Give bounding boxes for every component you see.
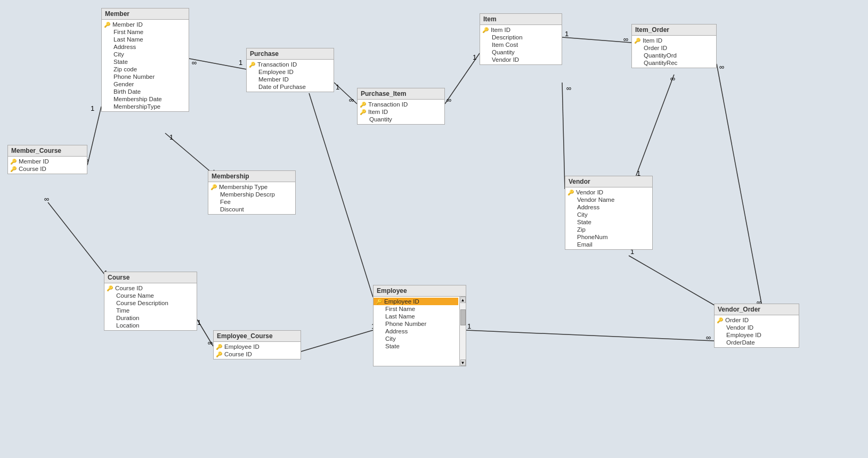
key-icon: 🔑: [376, 299, 382, 305]
field-name-vendor-4: State: [577, 219, 591, 225]
field-employee_course-0: 🔑Employee ID: [214, 343, 301, 350]
field-purchase-1: Employee ID: [247, 68, 334, 76]
scrollbar-down[interactable]: ▼: [460, 359, 466, 366]
field-vendor_order-0: 🔑Order ID: [715, 316, 799, 324]
entity-fields-employee_course: 🔑Employee ID🔑Course ID: [214, 342, 301, 359]
entity-title-member_course: Member_Course: [8, 145, 87, 157]
entity-member[interactable]: Member🔑Member IDFirst NameLast NameAddre…: [101, 8, 189, 112]
entity-title-vendor_order: Vendor_Order: [715, 304, 799, 315]
entity-title-employee_course: Employee_Course: [214, 331, 301, 342]
field-vendor-7: Email: [565, 241, 652, 248]
field-item-2: Item Cost: [480, 41, 562, 48]
key-icon: 🔑: [567, 190, 574, 195]
entity-member_course[interactable]: Member_Course🔑Member ID🔑Course ID: [7, 145, 87, 174]
field-member-8: Gender: [102, 80, 189, 88]
entity-title-item_order: Item_Order: [632, 24, 716, 36]
field-vendor-1: Vendor Name: [565, 196, 652, 203]
key-icon: 🔑: [10, 159, 17, 165]
field-name-item_order-0: Item ID: [643, 37, 662, 44]
field-member-11: MembershipType: [102, 103, 189, 110]
entity-title-membership: Membership: [208, 171, 295, 182]
entity-employee_course[interactable]: Employee_Course🔑Employee ID🔑Course ID: [213, 330, 301, 359]
entity-fields-item: 🔑Item IDDescriptionItem CostQuantityVend…: [480, 25, 562, 64]
field-vendor-2: Address: [565, 203, 652, 211]
field-employee-2: Last Name: [374, 313, 458, 320]
field-employee-5: City: [374, 335, 458, 342]
key-icon: 🔑: [717, 317, 723, 323]
entity-item[interactable]: Item🔑Item IDDescriptionItem CostQuantity…: [480, 13, 562, 65]
field-purchase-2: Member ID: [247, 76, 334, 83]
entity-employee[interactable]: Employee🔑Employee IDFirst NameLast NameP…: [373, 285, 466, 366]
field-name-course-0: Course ID: [115, 285, 143, 291]
key-icon: 🔑: [249, 62, 255, 68]
entity-item_order[interactable]: Item_Order🔑Item IDOrder IDQuantityOrdQua…: [631, 24, 717, 68]
field-name-vendor_order-1: Vendor ID: [726, 324, 753, 331]
field-vendor-5: Zip: [565, 226, 652, 233]
field-vendor_order-3: OrderDate: [715, 339, 799, 346]
key-icon: 🔑: [634, 38, 640, 44]
scrollbar-up[interactable]: ▲: [460, 297, 466, 303]
entity-vendor_order[interactable]: Vendor_Order🔑Order IDVendor IDEmployee I…: [714, 304, 799, 348]
field-name-vendor-2: Address: [577, 204, 599, 210]
field-name-purchase-2: Member ID: [258, 76, 289, 83]
key-icon: 🔑: [107, 285, 113, 291]
entity-title-purchase_item: Purchase_Item: [358, 88, 444, 100]
field-name-member-7: Phone Number: [113, 73, 155, 80]
entity-vendor[interactable]: Vendor🔑Vendor IDVendor NameAddressCitySt…: [565, 176, 653, 250]
field-employee-4: Address: [374, 328, 458, 335]
field-name-purchase-3: Date of Purchase: [258, 84, 306, 90]
key-icon: 🔑: [360, 109, 366, 115]
field-vendor-4: State: [565, 218, 652, 226]
entity-fields-vendor_order: 🔑Order IDVendor IDEmployee IDOrderDate: [715, 315, 799, 347]
entity-course[interactable]: Course🔑Course IDCourse NameCourse Descri…: [104, 272, 197, 331]
field-name-member-1: First Name: [113, 29, 143, 35]
entity-membership[interactable]: Membership🔑Membership TypeMembership Des…: [208, 170, 296, 215]
entity-purchase[interactable]: Purchase🔑Transaction IDEmployee IDMember…: [246, 48, 334, 92]
field-name-item-0: Item ID: [491, 27, 510, 33]
field-name-membership-1: Membership Descrp: [220, 191, 275, 198]
key-icon: 🔑: [360, 102, 366, 108]
field-name-purchase-0: Transaction ID: [257, 61, 297, 68]
field-course-4: Duration: [104, 314, 197, 322]
entity-title-member: Member: [102, 9, 189, 20]
field-membership-3: Discount: [208, 206, 295, 213]
entity-title-purchase: Purchase: [247, 48, 334, 60]
key-icon: 🔑: [482, 27, 489, 33]
field-name-member-4: City: [113, 51, 124, 58]
field-member-7: Phone Number: [102, 73, 189, 80]
field-name-member-8: Gender: [113, 81, 134, 87]
field-name-employee-4: Address: [385, 328, 408, 334]
field-name-vendor-0: Vendor ID: [576, 189, 603, 195]
entity-fields-member: 🔑Member IDFirst NameLast NameAddressCity…: [102, 20, 189, 111]
field-membership-0: 🔑Membership Type: [208, 183, 295, 191]
scrollbar-thumb[interactable]: [460, 309, 466, 325]
field-course-5: Location: [104, 322, 197, 329]
field-name-vendor-1: Vendor Name: [577, 197, 614, 203]
entity-fields-purchase: 🔑Transaction IDEmployee IDMember IDDate …: [247, 60, 334, 92]
field-name-vendor_order-0: Order ID: [725, 317, 749, 323]
field-name-item_order-3: QuantityRec: [644, 60, 677, 66]
field-membership-2: Fee: [208, 198, 295, 206]
field-member_course-0: 🔑Member ID: [8, 158, 87, 165]
field-name-purchase_item-1: Item ID: [368, 109, 388, 115]
entity-fields-membership: 🔑Membership TypeMembership DescrpFeeDisc…: [208, 182, 295, 214]
field-item-0: 🔑Item ID: [480, 26, 562, 34]
field-name-vendor-6: PhoneNum: [577, 234, 608, 240]
entity-purchase_item[interactable]: Purchase_Item🔑Transaction ID🔑Item IDQuan…: [357, 88, 445, 125]
field-employee-0: 🔑Employee ID: [374, 298, 458, 305]
field-member-5: State: [102, 58, 189, 66]
field-vendor-6: PhoneNum: [565, 233, 652, 241]
field-name-member-9: Birth Date: [113, 88, 141, 95]
field-name-employee-2: Last Name: [385, 313, 415, 320]
field-name-employee-1: First Name: [385, 306, 415, 312]
scrollbar[interactable]: ▲▼: [459, 297, 466, 366]
field-name-member-3: Address: [113, 44, 136, 50]
field-item_order-2: QuantityOrd: [632, 52, 716, 59]
field-name-membership-0: Membership Type: [219, 184, 267, 190]
field-name-item-3: Quantity: [492, 49, 515, 55]
entity-fields-item_order: 🔑Item IDOrder IDQuantityOrdQuantityRec: [632, 36, 716, 68]
field-name-course-2: Course Description: [116, 300, 168, 306]
field-member-1: First Name: [102, 28, 189, 36]
field-name-membership-3: Discount: [220, 206, 244, 212]
field-purchase-3: Date of Purchase: [247, 83, 334, 91]
